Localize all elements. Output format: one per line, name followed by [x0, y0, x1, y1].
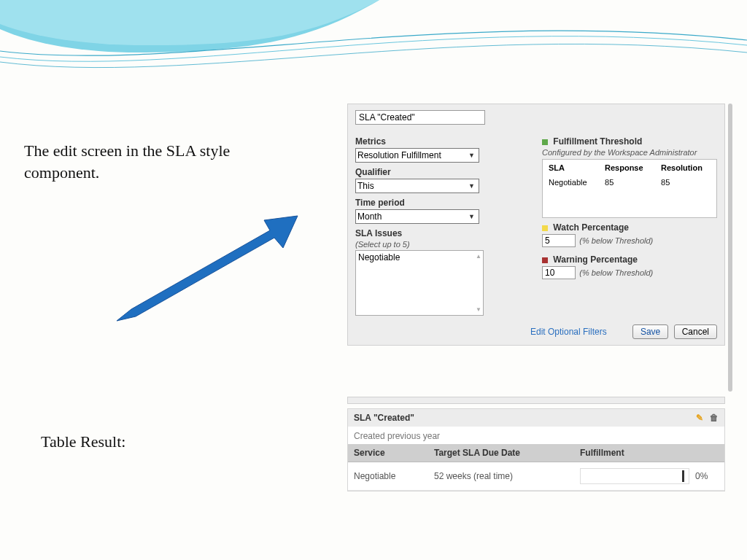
warning-label: Warning Percentage [542, 254, 717, 265]
metrics-label: Metrics [355, 136, 526, 147]
caption-table-result: Table Result: [41, 432, 125, 451]
component-title-input[interactable] [355, 110, 485, 125]
delete-icon[interactable]: 🗑 [710, 413, 719, 423]
metrics-value: Resolution Fulfillment [357, 150, 441, 160]
qualifier-label: Qualifier [355, 167, 526, 177]
sla-result-panel: SLA "Created" ✎ 🗑 Created previous year … [347, 408, 725, 491]
th-resolution: Resolution [657, 161, 715, 174]
header-swoosh [0, 0, 747, 88]
result-subtitle: Created previous year [348, 427, 724, 444]
result-title: SLA "Created" [354, 413, 414, 423]
sla-issues-listbox[interactable]: Negotiable ▲ ▼ [355, 250, 484, 316]
watch-input[interactable] [542, 234, 576, 247]
arrow-graphic [109, 211, 299, 328]
qualifier-select[interactable]: This ▼ [355, 179, 479, 193]
time-period-select[interactable]: Month ▼ [355, 209, 479, 224]
bar-tick [682, 470, 684, 482]
fulfillment-hint: Configured by the Workspace Administrato… [542, 148, 717, 157]
chevron-down-icon: ▼ [468, 182, 475, 190]
chevron-down-icon: ▼ [468, 213, 475, 220]
save-button[interactable]: Save [632, 324, 668, 339]
sla-issues-value: Negotiable [358, 252, 481, 262]
watch-label: Watch Percentage [542, 222, 717, 233]
svg-marker-0 [117, 216, 298, 321]
th-target: Target SLA Due Date [428, 444, 574, 462]
scrollbar[interactable] [728, 104, 732, 392]
chevron-down-icon: ▼ [468, 152, 475, 159]
sla-issues-hint: (Select up to 5) [355, 240, 526, 249]
threshold-table: SLA Response Resolution Negotiable 85 85 [542, 159, 717, 218]
sla-issues-label: SLA Issues [355, 228, 526, 238]
scroll-up-icon: ▲ [476, 253, 481, 260]
warning-hint: (% below Threshold) [579, 268, 653, 277]
time-period-label: Time period [355, 198, 526, 208]
green-swatch-icon [542, 139, 548, 145]
fulfillment-threshold-label: Fulfillment Threshold [542, 136, 717, 147]
fulfillment-threshold-text: Fulfillment Threshold [553, 136, 642, 147]
yellow-swatch-icon [542, 225, 548, 231]
cell-resp: 85 [600, 176, 655, 216]
metrics-select[interactable]: Resolution Fulfillment ▼ [355, 148, 479, 163]
scroll-down-icon: ▼ [476, 306, 481, 313]
th-response: Response [600, 161, 655, 174]
cancel-button[interactable]: Cancel [674, 324, 717, 339]
fulfillment-bar [580, 468, 689, 484]
panel-divider [347, 397, 725, 404]
warning-input[interactable] [542, 266, 576, 279]
th-sla: SLA [544, 161, 599, 174]
table-row: Negotiable 52 weeks (real time) 0% [348, 462, 724, 491]
red-swatch-icon [542, 257, 548, 263]
cell-service: Negotiable [348, 462, 428, 491]
warning-text: Warning Percentage [553, 254, 638, 265]
th-fulfillment: Fulfillment [574, 444, 724, 462]
result-table: Service Target SLA Due Date Fulfillment … [348, 444, 724, 491]
sla-edit-panel: Metrics Resolution Fulfillment ▼ Qualifi… [347, 104, 725, 346]
watch-hint: (% below Threshold) [579, 236, 653, 245]
table-row: Negotiable 85 85 [544, 176, 715, 216]
edit-icon[interactable]: ✎ [696, 413, 703, 423]
cell-reso: 85 [657, 176, 715, 216]
th-service: Service [348, 444, 428, 462]
watch-text: Watch Percentage [553, 222, 629, 233]
cell-sla: Negotiable [544, 176, 599, 216]
time-period-value: Month [357, 211, 382, 222]
cell-target: 52 weeks (real time) [428, 462, 574, 491]
caption-edit-screen: The edit screen in the SLA style compone… [24, 140, 243, 183]
fulfillment-value: 0% [695, 471, 708, 481]
edit-optional-filters-link[interactable]: Edit Optional Filters [530, 327, 607, 337]
qualifier-value: This [357, 181, 374, 191]
